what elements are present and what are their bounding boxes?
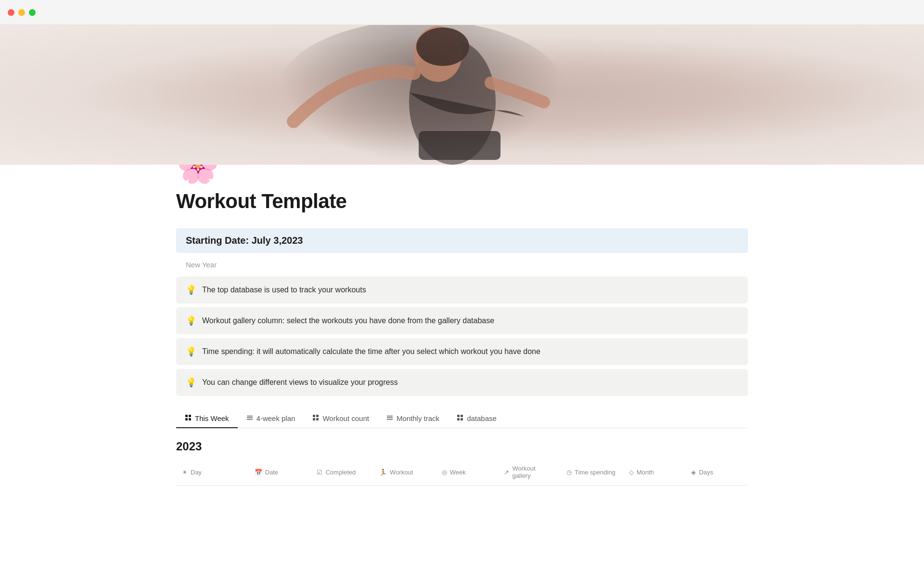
tab-workout-count-icon — [312, 414, 319, 422]
svg-rect-13 — [313, 418, 315, 420]
info-text-3: Time spending: it will automatically cal… — [202, 346, 540, 357]
col-workout-label: Workout — [390, 469, 413, 476]
svg-rect-9 — [247, 418, 253, 419]
date-icon: 📅 — [255, 469, 262, 476]
info-row-1: 💡 The top database is used to track your… — [176, 276, 748, 303]
col-date: 📅 Date — [249, 467, 311, 478]
svg-rect-3 — [419, 131, 500, 160]
new-year-label: New Year — [176, 257, 748, 276]
svg-rect-17 — [387, 419, 393, 420]
svg-rect-7 — [189, 418, 191, 420]
tab-monthly-track-label: Monthly track — [397, 414, 439, 422]
tabs-container: This Week 4-week plan Worko — [176, 409, 748, 428]
col-month: ◇ Month — [623, 467, 686, 478]
tab-monthly-track[interactable]: Monthly track — [378, 409, 448, 428]
info-text-2: Workout gallery column: select the worko… — [202, 315, 494, 327]
svg-rect-11 — [313, 415, 315, 417]
tab-database-icon — [457, 414, 463, 422]
month-icon: ◇ — [629, 469, 634, 476]
col-workout: 🏃 Workout — [373, 467, 436, 478]
info-row-4: 💡 You can change different views to visu… — [176, 369, 748, 396]
tab-this-week-icon — [185, 414, 192, 422]
svg-rect-18 — [457, 415, 460, 417]
col-time-spending-label: Time spending — [575, 469, 616, 476]
page-title: Workout Template — [176, 190, 748, 213]
col-month-label: Month — [637, 469, 654, 476]
bulb-icon-2: 💡 — [186, 315, 196, 326]
svg-rect-12 — [316, 415, 319, 417]
hero-background — [0, 25, 924, 165]
col-completed: ☑ Completed — [311, 467, 373, 478]
col-days: ◈ Days — [685, 467, 748, 478]
col-week: ◎ Week — [436, 467, 499, 478]
day-icon: ☀ — [182, 469, 188, 476]
close-button[interactable] — [8, 9, 14, 16]
info-text-4: You can change different views to visual… — [202, 377, 398, 388]
col-completed-label: Completed — [325, 469, 356, 476]
tab-database[interactable]: database — [448, 409, 505, 428]
col-time-spending: ◷ Time spending — [561, 467, 623, 478]
svg-rect-6 — [185, 418, 188, 420]
info-row-2: 💡 Workout gallery column: select the wor… — [176, 307, 748, 334]
svg-rect-8 — [247, 416, 253, 417]
minimize-button[interactable] — [18, 9, 25, 16]
bulb-icon-4: 💡 — [186, 377, 196, 388]
tab-4-week-plan-label: 4-week plan — [257, 414, 295, 422]
svg-rect-20 — [457, 418, 460, 420]
tab-monthly-track-icon — [386, 414, 393, 422]
svg-point-2 — [416, 27, 469, 66]
info-row-3: 💡 Time spending: it will automatically c… — [176, 338, 748, 365]
tab-workout-count-label: Workout count — [322, 414, 369, 422]
week-icon: ◎ — [442, 469, 447, 476]
starting-date-text: Starting Date: July 3,2023 — [186, 235, 738, 246]
bulb-icon-3: 💡 — [186, 346, 196, 357]
tab-this-week[interactable]: This Week — [176, 409, 238, 428]
info-text-1: The top database is used to track your w… — [202, 284, 366, 296]
tab-4-week-plan-icon — [246, 414, 253, 422]
col-days-label: Days — [699, 469, 713, 476]
col-workout-gallery-label: Workout gallery — [512, 465, 555, 479]
maximize-button[interactable] — [29, 9, 36, 16]
svg-rect-21 — [461, 418, 463, 420]
svg-rect-16 — [387, 418, 393, 419]
tab-this-week-label: This Week — [195, 414, 229, 422]
svg-rect-19 — [461, 415, 463, 417]
col-day-label: Day — [191, 469, 202, 476]
time-spending-icon: ◷ — [566, 469, 572, 476]
col-day: ☀ Day — [176, 467, 249, 478]
svg-rect-15 — [387, 416, 393, 417]
days-icon: ◈ — [691, 469, 696, 476]
col-date-label: Date — [265, 469, 278, 476]
tab-database-label: database — [467, 414, 497, 422]
workout-gallery-icon: ↗ — [504, 469, 509, 476]
svg-rect-4 — [185, 415, 188, 417]
tab-4-week-plan[interactable]: 4-week plan — [238, 409, 304, 428]
svg-rect-5 — [189, 415, 191, 417]
svg-rect-14 — [316, 418, 319, 420]
hero-illustration — [231, 25, 664, 165]
workout-icon: 🏃 — [379, 469, 387, 476]
starting-date-block: Starting Date: July 3,2023 — [176, 228, 748, 253]
completed-icon: ☑ — [317, 469, 322, 476]
bulb-icon-1: 💡 — [186, 285, 196, 295]
col-workout-gallery: ↗ Workout gallery — [498, 463, 561, 481]
tab-workout-count[interactable]: Workout count — [304, 409, 377, 428]
col-week-label: Week — [450, 469, 466, 476]
hero-banner — [0, 25, 924, 165]
titlebar — [0, 0, 924, 25]
table-header: ☀ Day 📅 Date ☑ Completed 🏃 Workout ◎ Wee… — [176, 459, 748, 486]
svg-rect-10 — [247, 419, 253, 420]
year-header: 2023 — [176, 440, 748, 453]
